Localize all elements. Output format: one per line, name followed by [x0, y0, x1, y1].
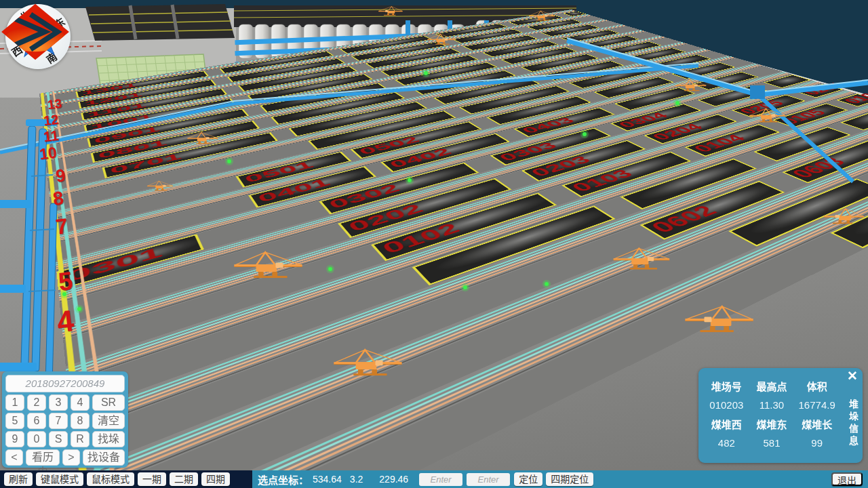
row-number-10: 10	[39, 145, 58, 163]
toolbar-left-section: 刷新键鼠模式鼠标模式一期二期四期	[0, 470, 252, 488]
toolbar-button-键鼠模式[interactable]: 键鼠模式	[36, 472, 83, 486]
row-number-12: 12	[43, 113, 60, 128]
status-dot	[225, 157, 233, 165]
coord-y-value: 3.2	[350, 474, 363, 485]
status-dot	[542, 280, 551, 288]
info-value: 581	[749, 437, 795, 449]
info-header: 煤堆西	[704, 417, 749, 431]
stacker-reclaimer-machine[interactable]	[427, 34, 455, 45]
keypad-button-S[interactable]: S	[49, 431, 68, 447]
status-dot	[326, 265, 334, 273]
keypad-button-R[interactable]: R	[71, 431, 90, 447]
keypad-button-8[interactable]: 8	[71, 413, 90, 429]
keypad-button-0[interactable]: 0	[27, 431, 46, 447]
toolbar-right-section: 选点坐标： 534.64 3.2 229.46 定位四期定位 退出	[252, 470, 868, 488]
coord-x-value: 534.64	[313, 474, 342, 485]
exit-button[interactable]: 退出	[831, 472, 863, 486]
info-value: 010203	[704, 399, 749, 411]
keypad-button-4[interactable]: 4	[71, 394, 90, 411]
keypad-button-找垛[interactable]: 找垛	[92, 431, 125, 447]
stacker-reclaimer-machine[interactable]	[187, 132, 218, 144]
keypad-button-5[interactable]: 5	[5, 413, 24, 429]
toolbar-button-二期[interactable]: 二期	[170, 472, 198, 486]
toolbar-button-四期定位[interactable]: 四期定位	[546, 472, 593, 486]
stacker-reclaimer-machine[interactable]	[234, 252, 302, 278]
keypad-button-2[interactable]: 2	[27, 394, 46, 411]
pile-info-side-label: 堆垛信息	[846, 399, 860, 448]
coord-input-1[interactable]	[419, 473, 462, 486]
row-number-8: 8	[52, 188, 64, 209]
info-header: 最高点	[749, 379, 795, 393]
stacker-reclaimer-machine[interactable]	[334, 350, 401, 375]
row-number-4: 4	[55, 306, 75, 338]
status-dot	[406, 176, 414, 184]
status-dot	[461, 283, 469, 291]
toolbar-button-鼠标模式[interactable]: 鼠标模式	[87, 472, 134, 486]
keypad-button-1[interactable]: 1	[5, 394, 24, 411]
cross-yard-conveyor	[0, 63, 698, 152]
status-dot	[580, 130, 589, 138]
keypad-button-6[interactable]: 6	[27, 413, 46, 429]
keypad-button-7[interactable]: 7	[49, 413, 68, 429]
info-header: 煤堆长	[794, 417, 840, 431]
bottom-toolbar: 刷新键鼠模式鼠标模式一期二期四期 选点坐标： 534.64 3.2 229.46…	[0, 470, 868, 488]
info-value: 482	[704, 437, 749, 449]
keypad-button->[interactable]: >	[62, 449, 80, 466]
status-dot	[422, 69, 430, 77]
stacker-reclaimer-machine[interactable]	[529, 11, 555, 20]
status-dot	[673, 99, 682, 107]
stacker-reclaimer-machine[interactable]	[749, 108, 785, 122]
row-number-7: 7	[54, 215, 69, 238]
stacker-reclaimer-machine[interactable]	[378, 7, 402, 16]
coord-input-2[interactable]	[467, 473, 510, 486]
keypad-button-找设备[interactable]: 找设备	[83, 449, 125, 466]
stacker-reclaimer-machine[interactable]	[685, 306, 753, 332]
toolbar-button-刷新[interactable]: 刷新	[4, 472, 33, 486]
coal-yard-3d-app: 1301120111011001090108010701050105020401…	[0, 0, 868, 488]
selected-point-coords-label: 选点坐标：	[258, 472, 309, 487]
info-header: 煤堆东	[749, 417, 795, 431]
row-number-5: 5	[57, 268, 75, 295]
info-value: 99	[794, 437, 840, 449]
info-value: 16774.9	[794, 399, 840, 411]
keypad-button-9[interactable]: 9	[5, 431, 24, 447]
toolbar-button-四期[interactable]: 四期	[201, 472, 230, 486]
stack-search-panel: 20180927200849 1234SR5678清空90SR找垛<看历史>找设…	[2, 371, 128, 468]
company-logo-icon	[0, 3, 71, 61]
stacker-reclaimer-machine[interactable]	[147, 181, 173, 190]
row-number-13: 13	[47, 97, 62, 111]
keypad-button-清空[interactable]: 清空	[92, 413, 125, 429]
row-number-11: 11	[43, 128, 60, 144]
status-dot	[75, 305, 83, 313]
stacker-reclaimer-machine[interactable]	[614, 248, 670, 269]
stacker-reclaimer-machine[interactable]	[824, 209, 864, 224]
info-header: 体积	[794, 379, 840, 393]
quay-pipeline	[567, 38, 868, 182]
keypad-button-看历史[interactable]: 看历史	[26, 449, 60, 466]
stack-search-input[interactable]: 20180927200849	[5, 375, 125, 392]
close-icon[interactable]: ✕	[847, 369, 858, 382]
coord-z-value: 229.46	[379, 474, 408, 485]
toolbar-button-一期[interactable]: 一期	[138, 472, 166, 486]
info-header: 堆场号	[704, 379, 749, 393]
keypad-button-<[interactable]: <	[5, 449, 23, 466]
toolbar-button-定位[interactable]: 定位	[514, 472, 542, 486]
keypad-button-SR[interactable]: SR	[92, 394, 125, 411]
pile-info-panel: ✕ 堆场号最高点体积01020311.3016774.9煤堆西煤堆东煤堆长482…	[698, 368, 863, 463]
keypad-button-3[interactable]: 3	[49, 394, 68, 411]
row-number-9: 9	[54, 166, 66, 185]
info-value: 11.30	[749, 399, 795, 411]
